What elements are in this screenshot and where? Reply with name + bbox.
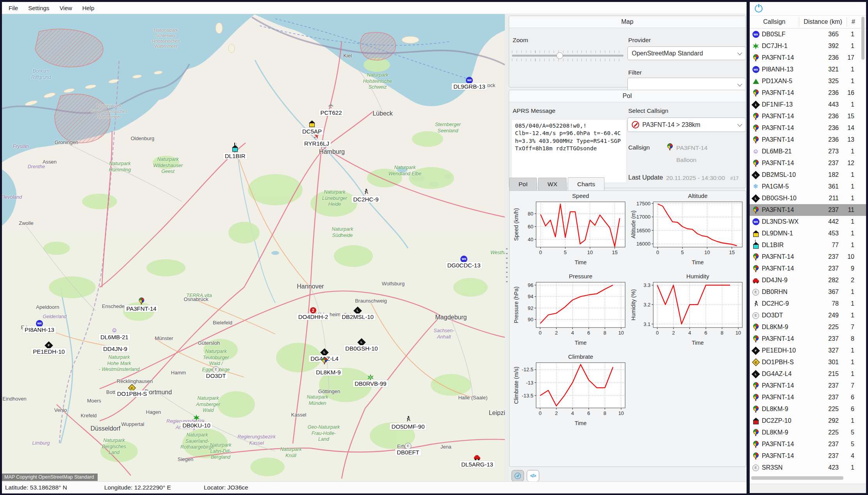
table-row[interactable]: LDB0GSH-102111 (750, 192, 866, 204)
table-row[interactable]: DC2ZP-102921 (750, 415, 866, 427)
table-row[interactable]: DL8KM-92257 (750, 321, 866, 333)
row-icon-cell (750, 79, 762, 84)
code-button[interactable]: </> (527, 470, 539, 482)
table-row[interactable]: PA3FNT-142376 (750, 392, 866, 403)
row-icon-cell (750, 382, 762, 389)
table-row[interactable]: ☺DL6MB-212731 (750, 146, 866, 157)
vertical-scrollbar[interactable] (861, 17, 864, 60)
aprs-message-box[interactable]: 085/040/A=052208!w0,! Clb=-12.4m/s p=96.… (512, 120, 626, 182)
marker-icon-wrap: D (367, 373, 374, 381)
city-label: Eindhoven (2, 396, 26, 402)
chevron-down-icon (737, 50, 742, 55)
row-icon-cell (750, 335, 762, 342)
column-header-distance[interactable]: Distance (km) (799, 17, 847, 27)
table-row[interactable]: DC2HC-9781 (750, 298, 866, 310)
table-row[interactable]: CDO1PBH-S3011 (750, 356, 866, 368)
table-row[interactable]: PA3FNT-1423712 (750, 157, 866, 169)
filter-select[interactable] (627, 78, 746, 91)
tab-wx[interactable]: WX (538, 178, 567, 191)
region-label: Naturpark Knüll (280, 447, 302, 459)
table-row[interactable]: LDG4AZ-L42151 (750, 368, 866, 380)
region-label: Drenthe (28, 164, 45, 170)
last-update-label: Last Update (628, 174, 663, 181)
table-row[interactable]: PA3FNT-1423616 (750, 87, 866, 99)
column-header-callsign[interactable]: Callsign (750, 18, 799, 25)
table-row[interactable]: PA3FNT-142378 (750, 333, 866, 345)
column-header-count[interactable]: # (847, 17, 860, 27)
slider-handle[interactable] (556, 52, 563, 59)
power-icon[interactable] (755, 5, 763, 12)
row-distance: 365 (800, 31, 840, 38)
city-label: Moers (87, 398, 101, 404)
table-row[interactable]: PD1XAN-53251 (750, 75, 866, 87)
table-row[interactable]: WXPI8ANH-133211 (750, 64, 866, 75)
menu-view[interactable]: View (54, 3, 77, 13)
table-row[interactable]: DC7JH-13921 (750, 40, 866, 52)
table-row[interactable]: PA3FNT-142379 (750, 263, 866, 274)
marker-label: DO1PBH-S (116, 390, 149, 397)
svg-text:Speed: Speed (572, 192, 589, 199)
table-row[interactable]: DL8KM-92256 (750, 403, 866, 415)
table-row[interactable]: ❄PA1GM-53611 (750, 181, 866, 192)
menu-help[interactable]: Help (77, 3, 100, 13)
provider-select[interactable]: OpenStreetMap Standard (627, 46, 746, 60)
table-row[interactable]: 1DF1NIF-134431 (750, 99, 866, 110)
tab-charts[interactable]: Charts (568, 177, 604, 191)
table-row[interactable]: PA3FNT-1423615 (750, 110, 866, 122)
table-row[interactable]: PA3FNT-142374 (750, 450, 866, 462)
chart-altitude: 16000165001700017500051015AltitudeAltitu… (629, 192, 746, 271)
table-row[interactable]: EDO3DT2491 (750, 310, 866, 321)
table-row[interactable]: PA3FNT-142377 (750, 380, 866, 392)
row-count: 10 (840, 253, 857, 260)
circle-e-icon: E (752, 465, 759, 471)
table-row[interactable]: WXDB0SLF3651 (750, 28, 866, 40)
svg-text:10: 10 (618, 410, 624, 416)
row-callsign: DL9DMN-1 (762, 230, 800, 237)
callsign-select[interactable]: PA3FNT-14 > 238km (627, 118, 746, 132)
tab-poi[interactable]: PoI (509, 178, 537, 191)
table-row[interactable]: DD4JN-92822 (750, 274, 866, 286)
menu-settings[interactable]: Settings (23, 3, 54, 13)
table-row[interactable]: EDB0RHN3671 (750, 286, 866, 298)
table-row[interactable]: PA3FNT-1423711 (750, 204, 866, 216)
row-callsign: DO3DT (762, 312, 800, 319)
table-row[interactable]: LDB2MSL-101821 (750, 169, 866, 181)
table-row[interactable]: PA3FNT-1423614 (750, 122, 866, 134)
map-panel-splitter[interactable] (505, 14, 509, 481)
table-row[interactable]: WXDL3NDS-WX4421 (750, 216, 866, 228)
marker-icon-wrap (474, 454, 480, 461)
table-row[interactable]: FPE1EDH-103271 (750, 345, 866, 356)
menu-file[interactable]: File (4, 3, 23, 13)
table-row[interactable]: DL1BIR771 (750, 239, 866, 251)
table-row[interactable]: DL8KM-92255 (750, 427, 866, 438)
svg-text:-12.5: -12.5 (522, 367, 533, 372)
table-row[interactable]: PA3FNT-1423613 (750, 134, 866, 146)
row-count: 1 (840, 195, 857, 202)
city-label: Krefeld (80, 413, 96, 418)
zoom-slider[interactable] (512, 50, 624, 62)
wx-icon: WX (752, 218, 759, 225)
marker-icon-wrap: E (213, 365, 219, 373)
table-row[interactable]: PA3FNT-1423710 (750, 251, 866, 263)
svg-text:Humidity (%): Humidity (%) (630, 289, 636, 321)
horizontal-scrollbar[interactable] (751, 476, 843, 480)
region-label: Naturpark Arnsberger Wald (196, 395, 220, 414)
svg-text:Time: Time (575, 340, 587, 346)
send-button[interactable] (512, 470, 524, 482)
balloon-icon (322, 357, 327, 364)
table-row[interactable]: PA3FNT-142375 (750, 438, 866, 450)
row-icon-cell: E (750, 312, 762, 319)
diamond-icon: 1 (752, 100, 760, 109)
row-distance: 453 (800, 230, 840, 237)
region-label: Geo-Naturpark Frau-Holle- Land (308, 424, 340, 443)
marker-icon-wrap: WX (460, 255, 467, 263)
svg-text:10: 10 (735, 330, 741, 336)
map-canvas[interactable]: KielRostockLübeckHamburgGroningenAssenOl… (2, 14, 505, 481)
table-row[interactable]: ESR3SN4231 (750, 462, 866, 474)
table-row[interactable]: PA3FNT-1423617 (750, 52, 866, 64)
splitter-handle-icon (506, 248, 508, 283)
callsign-select-value: PA3FNT-14 > 238km (642, 121, 700, 128)
svg-text:16000: 16000 (636, 241, 651, 247)
table-row[interactable]: DL9DMN-14531 (750, 228, 866, 239)
region-label: Naturpark Hohe Mark - Westmünsterland (99, 354, 140, 373)
